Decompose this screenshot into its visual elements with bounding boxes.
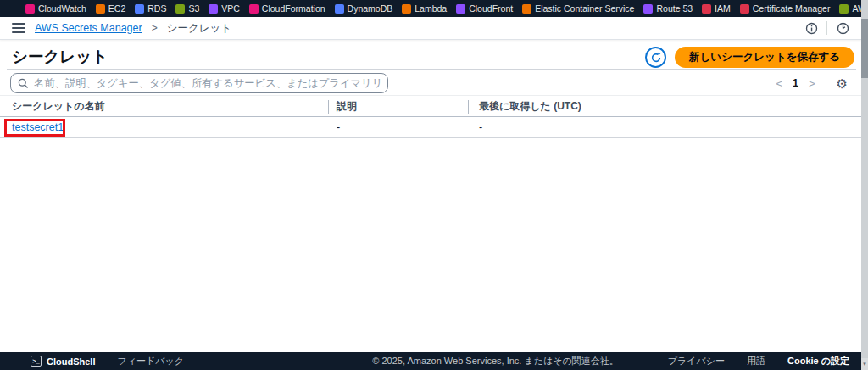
clock-icon[interactable] <box>836 21 849 35</box>
scrollbar-thumb[interactable] <box>861 19 868 78</box>
cloudshell-button[interactable]: >_ CloudShell <box>31 356 95 367</box>
favorite-service-lambda[interactable]: Lambda <box>402 3 447 14</box>
favorite-service-rds[interactable]: RDS <box>135 3 166 14</box>
column-header: 最後に取得した (UTC) <box>468 99 861 114</box>
column-divider <box>468 100 469 114</box>
service-label: IAM <box>715 3 731 14</box>
service-label: CloudWatch <box>38 3 86 14</box>
service-icon <box>135 4 144 14</box>
feedback-link[interactable]: フィードバック <box>117 355 184 367</box>
breadcrumb-separator: > <box>152 22 158 34</box>
breadcrumb-service-link[interactable]: AWS Secrets Manager <box>35 22 142 34</box>
info-icon[interactable] <box>804 21 818 35</box>
vertical-scrollbar[interactable]: ▼ <box>861 0 868 370</box>
next-page-button[interactable]: > <box>809 78 815 89</box>
footer-bar: >_ CloudShell フィードバック © 2025, Amazon Web… <box>0 352 861 370</box>
search-box[interactable] <box>10 73 388 93</box>
favorite-service-certificate-manager[interactable]: Certificate Manager <box>740 3 831 14</box>
table-header-row: シークレットの名前説明最後に取得した (UTC) <box>0 97 861 116</box>
search-icon <box>18 78 29 89</box>
search-input[interactable] <box>34 77 381 89</box>
service-icon <box>402 4 411 14</box>
service-icon <box>249 4 259 14</box>
service-label: AWS Elastic Disaster Recovery <box>852 3 861 14</box>
pagination-divider <box>826 76 826 91</box>
column-divider <box>328 100 329 114</box>
secret-last-retrieved: - <box>468 121 861 133</box>
service-icon <box>839 4 849 14</box>
favorite-service-cloudwatch[interactable]: CloudWatch <box>25 3 86 14</box>
service-icon <box>702 4 711 14</box>
service-label: RDS <box>147 3 166 14</box>
privacy-link[interactable]: プライバシー <box>668 355 725 367</box>
copyright-text: © 2025, Amazon Web Services, Inc. またはその関… <box>372 355 618 367</box>
prev-page-button[interactable]: < <box>776 78 782 89</box>
column-header: シークレットの名前 <box>0 99 328 114</box>
service-label: Certificate Manager <box>753 3 831 14</box>
service-label: VPC <box>221 3 240 14</box>
favorite-service-s3[interactable]: S3 <box>175 3 199 14</box>
table-row: testsecret1-- <box>0 117 861 137</box>
favorites-bar: CloudWatchEC2RDSS3VPCCloudFormationDynam… <box>0 0 861 17</box>
service-icon <box>335 4 344 14</box>
secret-description: - <box>328 121 468 133</box>
favorite-service-route-53[interactable]: Route 53 <box>643 3 693 14</box>
service-label: Route 53 <box>656 3 693 14</box>
service-navbar: AWS Secrets Manager > シークレット <box>0 17 861 40</box>
service-icon <box>456 4 465 14</box>
service-icon <box>25 4 35 14</box>
table-top-border <box>0 95 861 96</box>
favorite-service-cloudformation[interactable]: CloudFormation <box>249 3 326 14</box>
refresh-button[interactable] <box>645 47 666 68</box>
secret-name-link[interactable]: testsecret1 <box>12 121 64 133</box>
service-icon <box>522 4 531 14</box>
cookie-settings-link[interactable]: Cookie の設定 <box>787 355 849 367</box>
service-label: CloudFront <box>469 3 513 14</box>
service-icon <box>175 4 185 14</box>
scrollbar-down-arrow[interactable]: ▼ <box>861 358 868 370</box>
service-label: Lambda <box>415 3 447 14</box>
service-label: EC2 <box>108 3 125 14</box>
service-icon <box>643 4 653 14</box>
favorite-service-ec2[interactable]: EC2 <box>96 3 125 14</box>
favorite-service-cloudfront[interactable]: CloudFront <box>456 3 513 14</box>
favorite-service-elastic-container-service[interactable]: Elastic Container Service <box>522 3 634 14</box>
page-number[interactable]: 1 <box>793 77 798 89</box>
cloudshell-icon: >_ <box>31 356 42 367</box>
favorite-service-iam[interactable]: IAM <box>702 3 731 14</box>
favorite-service-aws-elastic-disaster-recovery[interactable]: AWS Elastic Disaster Recovery <box>839 3 861 14</box>
favorite-service-dynamodb[interactable]: DynamoDB <box>335 3 393 14</box>
row-border <box>0 137 861 138</box>
service-icon <box>96 4 105 14</box>
create-secret-button[interactable]: 新しいシークレットを保存する <box>675 47 854 68</box>
pagination: < 1 > ⚙ <box>776 74 848 92</box>
cloudshell-label: CloudShell <box>47 356 95 367</box>
column-header: 説明 <box>328 99 468 114</box>
nav-divider <box>826 21 827 35</box>
menu-icon[interactable] <box>12 23 25 33</box>
breadcrumb-current: シークレット <box>167 21 231 36</box>
favorite-service-vpc[interactable]: VPC <box>209 3 240 14</box>
page-title: シークレット <box>12 46 108 67</box>
service-icon <box>740 4 749 14</box>
service-icon <box>209 4 218 14</box>
header-divider <box>7 69 856 70</box>
service-label: CloudFormation <box>262 3 326 14</box>
service-label: S3 <box>188 3 199 14</box>
refresh-icon <box>650 52 662 64</box>
service-label: DynamoDB <box>348 3 393 14</box>
terms-link[interactable]: 用語 <box>747 355 765 367</box>
gear-icon[interactable]: ⚙ <box>837 77 848 90</box>
service-label: Elastic Container Service <box>535 3 634 14</box>
